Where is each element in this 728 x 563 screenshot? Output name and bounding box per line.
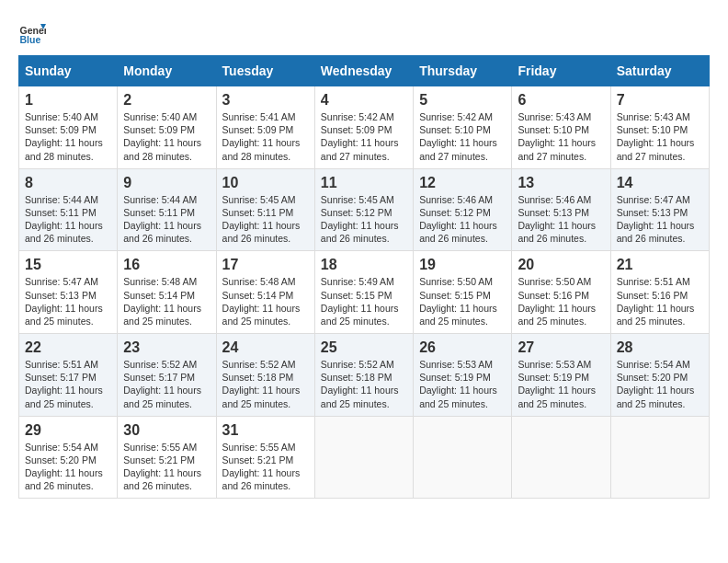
cell-info: Sunrise: 5:55 AMSunset: 5:21 PMDaylight:… [123,442,201,492]
calendar-cell: 12Sunrise: 5:46 AMSunset: 5:12 PMDayligh… [414,168,512,251]
cell-info: Sunrise: 5:46 AMSunset: 5:12 PMDaylight:… [419,194,497,245]
logo: General Blue [18,18,46,46]
day-number: 4 [321,92,407,109]
calendar-cell: 24Sunrise: 5:52 AMSunset: 5:18 PMDayligh… [216,334,314,417]
day-number: 7 [617,92,703,109]
cell-info: Sunrise: 5:48 AMSunset: 5:14 PMDaylight:… [123,276,201,327]
calendar-week-row: 8Sunrise: 5:44 AMSunset: 5:11 PMDaylight… [19,168,710,251]
day-number: 31 [222,422,309,439]
weekday-header-friday: Friday [512,56,610,86]
weekday-header-row: SundayMondayTuesdayWednesdayThursdayFrid… [19,56,710,86]
cell-info: Sunrise: 5:41 AMSunset: 5:09 PMDaylight:… [222,111,301,162]
calendar-cell: 15Sunrise: 5:47 AMSunset: 5:13 PMDayligh… [19,251,118,334]
cell-info: Sunrise: 5:43 AMSunset: 5:10 PMDaylight:… [617,111,695,162]
cell-info: Sunrise: 5:47 AMSunset: 5:13 PMDaylight:… [617,194,695,245]
day-number: 30 [123,422,210,439]
day-number: 12 [419,175,506,191]
day-number: 28 [617,339,703,356]
weekday-header-thursday: Thursday [414,56,512,86]
calendar-cell [414,416,512,499]
page-header: General Blue [18,18,710,46]
weekday-header-saturday: Saturday [610,56,709,86]
calendar-cell: 13Sunrise: 5:46 AMSunset: 5:13 PMDayligh… [512,168,610,251]
calendar-cell: 30Sunrise: 5:55 AMSunset: 5:21 PMDayligh… [118,416,216,499]
day-number: 8 [25,175,111,191]
cell-info: Sunrise: 5:50 AMSunset: 5:16 PMDaylight:… [518,276,596,327]
calendar-cell [610,416,709,499]
cell-info: Sunrise: 5:49 AMSunset: 5:15 PMDaylight:… [321,276,399,327]
calendar-cell: 8Sunrise: 5:44 AMSunset: 5:11 PMDaylight… [19,168,118,251]
day-number: 24 [222,339,309,356]
day-number: 21 [617,257,703,273]
day-number: 1 [25,92,111,109]
calendar-cell: 10Sunrise: 5:45 AMSunset: 5:11 PMDayligh… [216,168,314,251]
day-number: 23 [123,339,210,356]
cell-info: Sunrise: 5:53 AMSunset: 5:19 PMDaylight:… [518,359,596,409]
weekday-header-monday: Monday [118,56,216,86]
calendar-cell: 27Sunrise: 5:53 AMSunset: 5:19 PMDayligh… [512,334,610,417]
day-number: 26 [419,339,506,356]
cell-info: Sunrise: 5:44 AMSunset: 5:11 PMDaylight:… [123,194,201,245]
calendar-cell: 28Sunrise: 5:54 AMSunset: 5:20 PMDayligh… [610,334,709,417]
day-number: 14 [617,175,703,191]
cell-info: Sunrise: 5:52 AMSunset: 5:17 PMDaylight:… [123,359,201,409]
cell-info: Sunrise: 5:52 AMSunset: 5:18 PMDaylight:… [222,359,301,409]
cell-info: Sunrise: 5:47 AMSunset: 5:13 PMDaylight:… [25,276,103,327]
day-number: 16 [123,257,210,273]
calendar-cell: 11Sunrise: 5:45 AMSunset: 5:12 PMDayligh… [314,168,413,251]
calendar-cell: 26Sunrise: 5:53 AMSunset: 5:19 PMDayligh… [414,334,512,417]
cell-info: Sunrise: 5:50 AMSunset: 5:15 PMDaylight:… [419,276,497,327]
weekday-header-sunday: Sunday [19,56,118,86]
calendar-cell: 22Sunrise: 5:51 AMSunset: 5:17 PMDayligh… [19,334,118,417]
calendar-cell [314,416,413,499]
cell-info: Sunrise: 5:43 AMSunset: 5:10 PMDaylight:… [518,111,596,162]
calendar-cell: 18Sunrise: 5:49 AMSunset: 5:15 PMDayligh… [314,251,413,334]
cell-info: Sunrise: 5:54 AMSunset: 5:20 PMDaylight:… [25,442,103,492]
calendar-cell: 31Sunrise: 5:55 AMSunset: 5:21 PMDayligh… [216,416,314,499]
day-number: 22 [25,339,111,356]
calendar-cell: 9Sunrise: 5:44 AMSunset: 5:11 PMDaylight… [118,168,216,251]
cell-info: Sunrise: 5:54 AMSunset: 5:20 PMDaylight:… [617,359,695,409]
day-number: 11 [321,175,407,191]
day-number: 20 [518,257,604,273]
weekday-header-wednesday: Wednesday [314,56,413,86]
calendar-cell: 7Sunrise: 5:43 AMSunset: 5:10 PMDaylight… [610,86,709,169]
calendar-week-row: 1Sunrise: 5:40 AMSunset: 5:09 PMDaylight… [19,86,710,169]
day-number: 10 [222,175,309,191]
day-number: 27 [518,339,604,356]
day-number: 17 [222,257,309,273]
calendar-cell: 29Sunrise: 5:54 AMSunset: 5:20 PMDayligh… [19,416,118,499]
cell-info: Sunrise: 5:42 AMSunset: 5:10 PMDaylight:… [419,111,497,162]
cell-info: Sunrise: 5:45 AMSunset: 5:12 PMDaylight:… [321,194,399,245]
cell-info: Sunrise: 5:52 AMSunset: 5:18 PMDaylight:… [321,359,399,409]
calendar-cell: 5Sunrise: 5:42 AMSunset: 5:10 PMDaylight… [414,86,512,169]
calendar-cell: 21Sunrise: 5:51 AMSunset: 5:16 PMDayligh… [610,251,709,334]
calendar-cell: 6Sunrise: 5:43 AMSunset: 5:10 PMDaylight… [512,86,610,169]
calendar-cell: 1Sunrise: 5:40 AMSunset: 5:09 PMDaylight… [19,86,118,169]
calendar-cell: 23Sunrise: 5:52 AMSunset: 5:17 PMDayligh… [118,334,216,417]
day-number: 18 [321,257,407,273]
calendar-cell [512,416,610,499]
calendar-week-row: 29Sunrise: 5:54 AMSunset: 5:20 PMDayligh… [19,416,710,499]
day-number: 13 [518,175,604,191]
cell-info: Sunrise: 5:40 AMSunset: 5:09 PMDaylight:… [25,111,103,162]
weekday-header-tuesday: Tuesday [216,56,314,86]
cell-info: Sunrise: 5:51 AMSunset: 5:16 PMDaylight:… [617,276,695,327]
cell-info: Sunrise: 5:48 AMSunset: 5:14 PMDaylight:… [222,276,301,327]
calendar-cell: 16Sunrise: 5:48 AMSunset: 5:14 PMDayligh… [118,251,216,334]
cell-info: Sunrise: 5:55 AMSunset: 5:21 PMDaylight:… [222,442,301,492]
day-number: 19 [419,257,506,273]
calendar-week-row: 15Sunrise: 5:47 AMSunset: 5:13 PMDayligh… [19,251,710,334]
calendar-cell: 14Sunrise: 5:47 AMSunset: 5:13 PMDayligh… [610,168,709,251]
calendar-table: SundayMondayTuesdayWednesdayThursdayFrid… [18,55,710,499]
calendar-cell: 17Sunrise: 5:48 AMSunset: 5:14 PMDayligh… [216,251,314,334]
calendar-cell: 2Sunrise: 5:40 AMSunset: 5:09 PMDaylight… [118,86,216,169]
calendar-cell: 25Sunrise: 5:52 AMSunset: 5:18 PMDayligh… [314,334,413,417]
svg-text:Blue: Blue [20,34,41,45]
day-number: 2 [123,92,210,109]
day-number: 9 [123,175,210,191]
cell-info: Sunrise: 5:45 AMSunset: 5:11 PMDaylight:… [222,194,301,245]
calendar-cell: 19Sunrise: 5:50 AMSunset: 5:15 PMDayligh… [414,251,512,334]
cell-info: Sunrise: 5:44 AMSunset: 5:11 PMDaylight:… [25,194,103,245]
day-number: 5 [419,92,506,109]
